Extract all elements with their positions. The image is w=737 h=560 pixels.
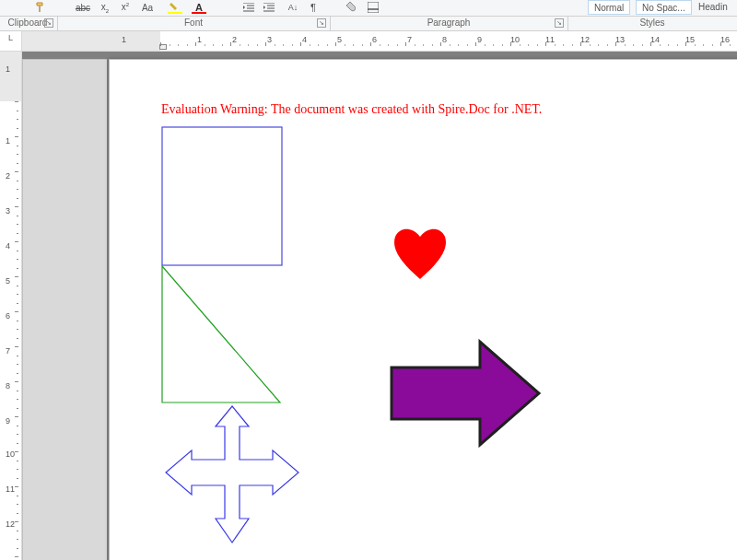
shape-block-arrow-right[interactable] <box>384 336 546 452</box>
strikethrough-button[interactable]: abc <box>74 1 92 14</box>
shading-button[interactable] <box>341 1 359 14</box>
clipboard-dialog-launcher[interactable]: ↘ <box>44 18 53 28</box>
svg-rect-1 <box>162 127 282 265</box>
borders-button[interactable] <box>364 1 382 14</box>
font-dialog-launcher[interactable]: ↘ <box>317 18 326 28</box>
vertical-ruler[interactable]: 1 1 2 3 4 5 6 7 8 9 10 11 12 <box>0 52 22 560</box>
font-color-button[interactable]: A <box>190 1 208 14</box>
paragraph-dialog-launcher[interactable]: ↘ <box>555 18 564 28</box>
document-area[interactable]: Evaluation Warning: The document was cre… <box>22 52 737 560</box>
sort-button[interactable]: A↓ <box>284 1 302 14</box>
style-no-spacing[interactable]: No Spac... <box>636 0 692 15</box>
shape-triangle[interactable] <box>160 264 284 406</box>
style-heading[interactable]: Headin <box>693 0 733 15</box>
ribbon-toolbar: abc x2 x2 Aa A A↓ ¶ Normal No Spac... He… <box>0 0 737 17</box>
svg-rect-0 <box>368 2 379 13</box>
superscript-button[interactable]: x2 <box>116 1 135 14</box>
group-font-label: Font <box>57 18 330 28</box>
ribbon-group-row: Clipboard ↘ Font ↘ Paragraph ↘ Styles <box>0 17 737 31</box>
group-styles-label: Styles <box>567 18 737 28</box>
outdent-icon[interactable] <box>240 1 258 14</box>
indent-icon[interactable] <box>260 1 278 14</box>
shape-rectangle[interactable] <box>161 126 285 268</box>
evaluation-warning: Evaluation Warning: The document was cre… <box>161 102 542 117</box>
style-normal[interactable]: Normal <box>588 0 630 15</box>
page-gutter <box>22 59 107 560</box>
show-formatting-button[interactable]: ¶ <box>304 1 322 14</box>
horizontal-ruler[interactable]: L 1 1 2 3 4 5 6 7 8 9 10 11 12 13 14 15 … <box>0 31 737 52</box>
format-painter-icon[interactable] <box>31 1 50 14</box>
shape-heart[interactable] <box>390 226 450 283</box>
document-page[interactable]: Evaluation Warning: The document was cre… <box>109 59 737 560</box>
change-case-button[interactable]: Aa <box>138 1 157 14</box>
ruler-corner[interactable]: L <box>0 31 22 51</box>
group-paragraph-label: Paragraph <box>330 18 567 28</box>
document-workspace: 1 1 2 3 4 5 6 7 8 9 10 11 12 Evaluation … <box>0 52 737 560</box>
shape-quad-arrow[interactable] <box>160 404 304 550</box>
text-highlight-button[interactable] <box>166 1 184 14</box>
subscript-button[interactable]: x2 <box>96 1 114 14</box>
